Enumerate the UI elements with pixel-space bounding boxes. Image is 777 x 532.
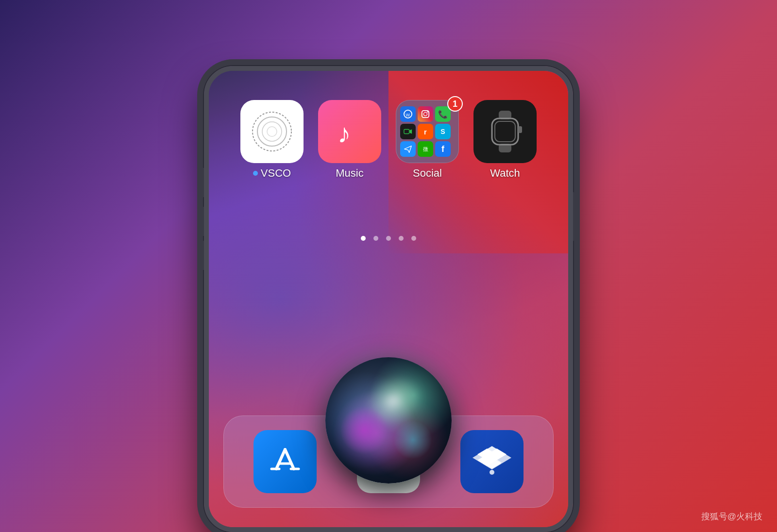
music-note-svg: ♪	[333, 115, 367, 149]
app-item-music[interactable]: ♪ Music	[316, 100, 384, 180]
vsco-new-dot	[253, 171, 258, 176]
svg-point-9	[427, 111, 428, 113]
svg-point-3	[267, 127, 277, 136]
dock-appstore-icon[interactable]	[253, 430, 317, 493]
svg-text:♪: ♪	[338, 118, 351, 149]
svg-line-19	[285, 449, 294, 469]
app-row: VSCO ♪ Music	[233, 100, 544, 180]
app-item-watch[interactable]: Watch	[471, 100, 539, 180]
vsco-svg	[250, 110, 294, 153]
svg-point-0	[253, 112, 291, 151]
siri-sphere[interactable]	[325, 357, 452, 483]
siri-color-purple	[340, 406, 388, 454]
mini-app-instagram[interactable]	[418, 106, 433, 122]
appstore-svg	[266, 442, 304, 481]
page-dot-1[interactable]	[361, 236, 366, 241]
svg-text:W: W	[406, 113, 410, 117]
mini-app-reddit[interactable]: r	[418, 124, 433, 139]
mini-app-facebook[interactable]: f	[435, 141, 451, 157]
page-dot-4[interactable]	[399, 236, 404, 241]
page-dot-5[interactable]	[411, 236, 416, 241]
page-dot-3[interactable]	[386, 236, 391, 241]
screen-content: VSCO ♪ Music	[209, 71, 568, 527]
screen: VSCO ♪ Music	[209, 71, 568, 527]
dock-dropbox-icon[interactable]	[460, 430, 524, 493]
mini-app-skype[interactable]: S	[435, 124, 451, 139]
phone-frame: VSCO ♪ Music	[189, 0, 588, 532]
app-item-social[interactable]: W 📞	[393, 100, 461, 180]
svg-marker-12	[405, 146, 411, 153]
svg-point-1	[257, 117, 287, 146]
svg-point-40	[490, 470, 494, 475]
svg-point-2	[262, 122, 282, 141]
vsco-label-wrapper: VSCO	[253, 167, 291, 180]
mini-app-facetime[interactable]	[400, 124, 416, 139]
music-label: Music	[336, 167, 363, 180]
mini-app-wordpress[interactable]: W	[400, 106, 416, 122]
svg-rect-15	[492, 118, 518, 145]
social-label: Social	[413, 167, 442, 180]
apps-area: VSCO ♪ Music	[209, 90, 568, 194]
vsco-icon[interactable]	[240, 100, 304, 163]
app-item-vsco[interactable]: VSCO	[238, 100, 306, 180]
page-dots	[209, 236, 568, 241]
svg-rect-16	[495, 121, 515, 142]
page-dot-2[interactable]	[373, 236, 378, 241]
dropbox-svg	[473, 442, 511, 481]
watch-svg	[483, 110, 527, 153]
mini-app-phone[interactable]: 📞	[435, 106, 451, 122]
svg-line-18	[276, 449, 285, 469]
mini-app-wechat[interactable]: 微	[418, 141, 433, 157]
social-wrapper: W 📞	[396, 100, 459, 163]
svg-rect-17	[518, 126, 522, 133]
watermark: 搜狐号@火科技	[701, 511, 762, 522]
watch-app-icon[interactable]	[473, 100, 537, 163]
scene: VSCO ♪ Music	[0, 0, 777, 532]
music-icon[interactable]: ♪	[318, 100, 381, 163]
phone-body: VSCO ♪ Music	[204, 66, 573, 532]
svg-point-8	[423, 112, 427, 116]
social-badge: 1	[447, 96, 463, 112]
vsco-label: VSCO	[261, 167, 291, 180]
mini-apps-grid: W 📞	[398, 104, 453, 159]
mini-app-telegram[interactable]	[400, 141, 416, 157]
svg-marker-11	[410, 130, 412, 134]
svg-rect-10	[404, 130, 409, 134]
siri-color-teal	[393, 420, 432, 459]
watch-label: Watch	[490, 167, 520, 180]
